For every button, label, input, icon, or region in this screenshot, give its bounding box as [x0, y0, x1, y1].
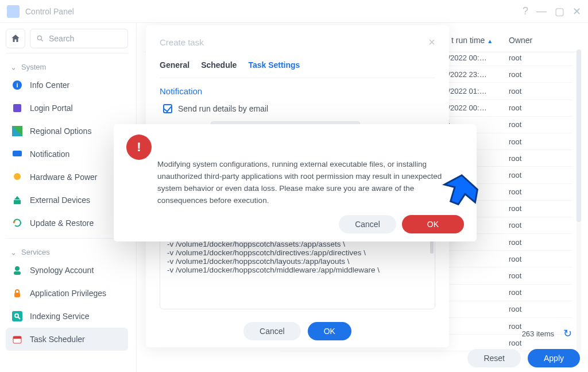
- svg-rect-9: [14, 200, 21, 204]
- sidebar-item-label: Regional Options: [30, 126, 91, 136]
- scrollbar-thumb[interactable]: [577, 49, 581, 222]
- chat-icon: [11, 148, 23, 160]
- sidebar-item-external-devices[interactable]: External Devices: [6, 189, 128, 212]
- scrollbar-track[interactable]: [577, 49, 581, 354]
- cell-owner: root: [509, 221, 572, 229]
- search-icon: [36, 34, 44, 43]
- minimize-icon[interactable]: —: [536, 5, 547, 18]
- tab-general[interactable]: General: [160, 60, 189, 70]
- sidebar-item-hardware[interactable]: Hardware & Power: [6, 166, 128, 189]
- svg-marker-10: [14, 196, 20, 200]
- cell-owner: root: [509, 70, 572, 79]
- modal-title: Create task: [160, 37, 204, 47]
- cell-run: 20/2022 00:…: [440, 53, 509, 62]
- svg-rect-14: [12, 311, 22, 321]
- refresh-button[interactable]: ↻: [563, 327, 572, 340]
- cell-owner: root: [509, 103, 572, 112]
- upload-icon: [11, 194, 23, 206]
- sidebar-item-label: External Devices: [30, 195, 90, 205]
- svg-rect-12: [14, 271, 21, 275]
- refresh-icon: [11, 217, 23, 229]
- info-icon: i: [11, 79, 23, 91]
- cell-owner: root: [509, 255, 572, 263]
- sidebar-item-task-scheduler[interactable]: Task Scheduler: [6, 328, 128, 351]
- reset-button[interactable]: Reset: [467, 349, 521, 367]
- search-placeholder: Search: [49, 34, 74, 43]
- svg-line-1: [41, 40, 43, 41]
- window-header: Control Panel ? — ▢ ✕: [0, 0, 588, 23]
- close-icon[interactable]: ×: [428, 36, 435, 49]
- notification-heading: Notification: [160, 86, 435, 96]
- search-input[interactable]: Search: [30, 29, 128, 48]
- cell-owner: root: [509, 87, 572, 95]
- chevron-up-icon: ⌃: [10, 63, 17, 71]
- sidebar-item-info-center[interactable]: iInfo Center: [6, 74, 128, 97]
- modal-confirm: ! Modifying system configurations, runni…: [114, 124, 477, 241]
- sidebar-item-update-restore[interactable]: Update & Restore: [6, 212, 128, 235]
- cell-run: 21/2022 01:…: [440, 87, 509, 95]
- section-services[interactable]: ⌃ Services: [6, 242, 128, 259]
- home-icon: [10, 33, 21, 44]
- cell-run: 23/2022 00:…: [440, 103, 509, 112]
- script-line: -v /volume1/docker/hoppscotch/layouts:/a…: [167, 257, 429, 266]
- modal-tabs: General Schedule Task Settings: [160, 60, 435, 74]
- svg-rect-7: [13, 151, 22, 156]
- confirm-cancel-button[interactable]: Cancel: [339, 215, 396, 233]
- sidebar-item-label: Notification: [30, 149, 69, 159]
- sidebar-item-label: Task Scheduler: [30, 335, 85, 344]
- help-icon[interactable]: ?: [523, 5, 528, 18]
- confirm-ok-button[interactable]: OK: [402, 215, 464, 233]
- script-line: -v /volume1/docker/hoppscotch/middleware…: [167, 266, 429, 274]
- portal-icon: [11, 102, 23, 114]
- script-textarea[interactable]: -v /volume1/docker/hoppscotch/assets:/ap…: [160, 236, 435, 309]
- sidebar-item-synology-account[interactable]: Synology Account: [6, 259, 128, 282]
- tab-task-settings[interactable]: Task Settings: [248, 60, 300, 70]
- sidebar-item-label: Hardware & Power: [30, 172, 98, 182]
- sidebar-item-label: Info Center: [30, 80, 69, 90]
- cell-owner: root: [509, 171, 572, 179]
- sidebar-item-indexing[interactable]: Indexing Service: [6, 305, 128, 328]
- create-ok-button[interactable]: OK: [308, 322, 351, 340]
- svg-rect-4: [13, 104, 21, 112]
- cell-owner: root: [509, 204, 572, 213]
- sidebar-item-regional[interactable]: Regional Options: [6, 120, 128, 143]
- svg-text:i: i: [16, 82, 18, 89]
- create-cancel-button[interactable]: Cancel: [243, 322, 301, 340]
- home-button[interactable]: [6, 29, 25, 48]
- cell-owner: root: [509, 187, 572, 196]
- sidebar-item-label: Login Portal: [30, 103, 73, 113]
- flag-icon: [11, 125, 23, 137]
- sidebar-item-notification[interactable]: Notification: [6, 143, 128, 166]
- items-count: 263 items: [522, 329, 554, 338]
- section-label: Services: [21, 248, 50, 256]
- cell-owner: root: [509, 305, 572, 313]
- cell-owner: root: [509, 154, 572, 163]
- app-icon: [7, 5, 20, 18]
- column-owner[interactable]: Owner: [509, 36, 572, 45]
- cell-owner: root: [509, 339, 572, 347]
- checkbox-send-email[interactable]: [163, 104, 172, 113]
- column-run-time[interactable]: t run time ▲: [451, 36, 509, 45]
- close-window-icon[interactable]: ✕: [572, 5, 581, 18]
- svg-rect-18: [13, 336, 21, 339]
- cell-owner: root: [509, 271, 572, 280]
- sidebar-item-label: Synology Account: [30, 266, 94, 275]
- script-line: -v /volume1/docker/hoppscotch/directives…: [167, 248, 429, 257]
- cell-run: 20/2022 23:…: [440, 70, 509, 79]
- textarea-scroll-thumb[interactable]: [430, 240, 434, 254]
- calendar-icon: [11, 333, 23, 345]
- tab-schedule[interactable]: Schedule: [201, 60, 237, 70]
- svg-point-8: [14, 173, 21, 180]
- bulb-icon: [11, 171, 23, 183]
- sidebar-item-app-privileges[interactable]: Application Privileges: [6, 282, 128, 305]
- chevron-up-icon: ⌃: [10, 248, 17, 256]
- sidebar-item-label: Update & Restore: [30, 218, 94, 228]
- svg-rect-13: [14, 293, 20, 297]
- sidebar-item-login-portal[interactable]: Login Portal: [6, 97, 128, 120]
- lock-icon: [11, 287, 23, 299]
- sidebar-item-label: Application Privileges: [30, 289, 106, 298]
- apply-button[interactable]: Apply: [528, 349, 580, 367]
- section-system[interactable]: ⌃ System: [6, 57, 128, 74]
- maximize-icon[interactable]: ▢: [555, 5, 564, 18]
- index-search-icon: [11, 310, 23, 322]
